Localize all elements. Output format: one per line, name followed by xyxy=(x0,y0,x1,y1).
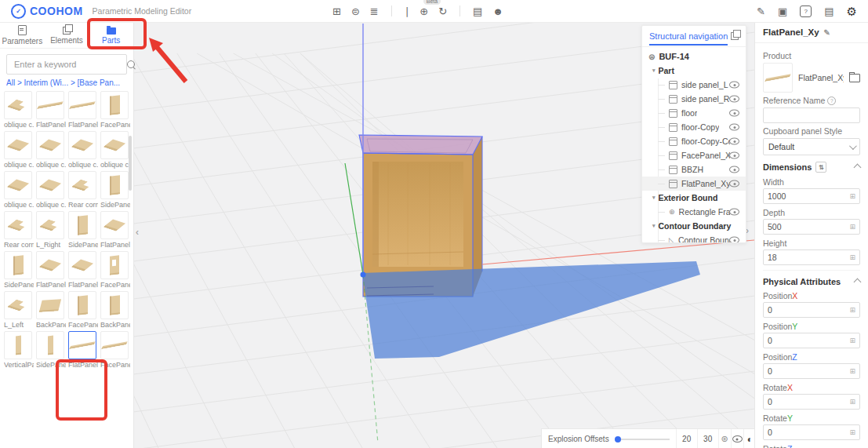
zoom-preset-button[interactable]: 20 xyxy=(676,429,697,448)
part-thumbnail[interactable]: FlatPanel... xyxy=(36,251,66,289)
part-thumbnail[interactable]: oblique c... xyxy=(68,131,98,169)
column-icon[interactable]: ∣ xyxy=(405,6,410,16)
visibility-eye-icon[interactable] xyxy=(729,209,739,216)
field-input[interactable]: 0⊞ xyxy=(763,333,860,348)
field-input[interactable]: 500⊞ xyxy=(763,219,860,235)
field-input[interactable]: 0⊞ xyxy=(763,302,860,318)
part-thumbnail[interactable]: BackPane... xyxy=(100,291,130,329)
field-input[interactable]: 0⊞ xyxy=(763,363,860,379)
reference-name-input[interactable] xyxy=(763,107,860,123)
snap-settings-icon[interactable]: ⊛ xyxy=(718,429,731,448)
tree-item[interactable]: side panel_R xyxy=(642,92,746,106)
collapse-sidebar-chevron[interactable]: ‹ xyxy=(136,228,139,237)
part-thumbnail[interactable]: L_Right xyxy=(36,211,66,249)
explosion-offsets-slider[interactable] xyxy=(615,436,670,443)
visibility-eye-icon[interactable] xyxy=(729,82,739,89)
tree-section-contour[interactable]: ▾ Contour Boundary xyxy=(642,219,746,233)
sidebar-tab[interactable]: Parts xyxy=(89,22,133,48)
tree-section-exterior[interactable]: ▾ Exterior Bound xyxy=(642,191,746,205)
tree-item[interactable]: floor-Copy-Copy xyxy=(642,134,746,148)
part-thumbnail[interactable]: FlatPanel... xyxy=(100,211,130,249)
cupboard-style-select[interactable]: Default xyxy=(763,138,860,155)
settings-gear-icon[interactable]: ⚙ xyxy=(847,5,857,17)
file-icon[interactable]: ▤ xyxy=(473,6,482,16)
tree-item[interactable]: floor-Copy xyxy=(642,120,746,134)
rename-pencil-icon[interactable]: ✎ xyxy=(824,28,830,37)
part-thumbnail[interactable]: FlatPanel... xyxy=(68,91,98,129)
visibility-eye-icon[interactable] xyxy=(729,138,739,145)
list-icon[interactable]: ≣ xyxy=(370,6,379,16)
browse-library-folder-icon[interactable] xyxy=(849,74,860,82)
part-thumbnail[interactable]: SidePanel... xyxy=(4,251,34,289)
collapse-section-chevron[interactable] xyxy=(854,163,862,171)
visibility-eye-icon[interactable] xyxy=(729,152,739,159)
structural-nav-title[interactable]: Structural navigation xyxy=(649,31,728,41)
render-icon[interactable]: ▣ xyxy=(778,6,787,16)
part-thumbnail[interactable]: oblique c... xyxy=(36,131,66,169)
part-thumbnail[interactable]: VerticalPa... xyxy=(4,331,34,369)
part-thumbnail[interactable]: FacePane... xyxy=(100,331,130,369)
part-thumbnail[interactable]: oblique c... xyxy=(100,131,130,169)
part-thumbnail[interactable]: FacePane... xyxy=(100,91,130,129)
formula-icon[interactable]: ⊞ xyxy=(849,306,855,314)
part-thumbnail[interactable]: oblique c... xyxy=(4,131,34,169)
part-thumbnail[interactable]: SidePanel... xyxy=(68,211,98,249)
part-thumbnail[interactable]: oblique c... xyxy=(4,171,34,209)
tree-item[interactable]: ⊛ Rectangle Frame xyxy=(642,205,746,219)
slider-handle[interactable] xyxy=(615,436,621,443)
detach-panel-icon[interactable] xyxy=(731,32,739,40)
part-thumbnail[interactable]: FlatPanel... xyxy=(68,331,98,369)
dimensions-section-header[interactable]: Dimensions ⇅ xyxy=(763,155,860,176)
tree-item[interactable]: FlatPanel_Xy xyxy=(642,177,746,191)
field-input[interactable]: 0⊞ xyxy=(763,424,860,440)
visibility-eye-icon[interactable] xyxy=(729,180,739,188)
product-thumbnail[interactable] xyxy=(763,63,793,93)
formula-icon[interactable]: ⊞ xyxy=(849,192,855,200)
visibility-eye-icon[interactable] xyxy=(729,124,739,131)
tree-item[interactable]: FacePanel_Xz xyxy=(642,148,746,162)
formula-icon[interactable]: ⊞ xyxy=(849,253,855,261)
selected-flat-panel[interactable] xyxy=(362,261,700,359)
connect-icon[interactable]: ⊜ xyxy=(351,6,360,16)
formula-icon[interactable]: ⊞ xyxy=(849,223,855,231)
physical-attributes-header[interactable]: Physical Attributes xyxy=(763,270,860,290)
tree-item[interactable]: ◺ Contour Boundary xyxy=(642,233,746,243)
info-icon[interactable]: ? xyxy=(827,97,836,105)
formula-icon[interactable]: ⊞ xyxy=(849,398,855,406)
part-thumbnail[interactable]: L_Left xyxy=(4,291,34,329)
tree-item[interactable]: floor xyxy=(642,106,746,120)
tree-section-part[interactable]: ▾ Part xyxy=(642,64,746,78)
part-thumbnail[interactable]: SidePanel... xyxy=(100,171,130,209)
part-thumbnail[interactable]: oblique c... xyxy=(36,171,66,209)
visibility-eye-icon[interactable] xyxy=(729,96,739,103)
visibility-eye-icon[interactable] xyxy=(729,166,739,173)
sidebar-tab[interactable]: Elements xyxy=(45,22,89,48)
part-thumbnail[interactable]: FacePane... xyxy=(100,251,130,289)
formula-icon[interactable]: ⊞ xyxy=(849,337,855,344)
part-thumbnail[interactable]: BackPane... xyxy=(36,291,66,329)
user-icon[interactable]: ☻ xyxy=(492,6,503,16)
part-thumbnail[interactable]: SidePane... xyxy=(36,331,66,369)
globe-icon[interactable]: ⊕ xyxy=(419,5,428,17)
components-icon[interactable]: ⊞ xyxy=(332,6,341,16)
part-thumbnail[interactable]: Rear corn... xyxy=(68,171,98,209)
collapse-section-chevron[interactable] xyxy=(854,278,862,286)
tree-item[interactable]: side panel_L xyxy=(642,78,746,92)
field-input[interactable]: 0⊞ xyxy=(763,394,860,410)
part-thumbnail[interactable]: oblique c... xyxy=(4,91,34,129)
part-thumbnail[interactable]: FacePane... xyxy=(68,291,98,329)
part-thumbnail[interactable]: FlatPanel... xyxy=(36,91,66,129)
visibility-eye-icon[interactable] xyxy=(729,237,739,244)
zoom-preset-button[interactable]: 30 xyxy=(697,429,718,448)
docs-icon[interactable]: ▤ xyxy=(824,6,833,16)
sidebar-scrollbar[interactable] xyxy=(129,136,132,191)
edit-icon[interactable]: ✎ xyxy=(757,6,765,16)
part-thumbnail[interactable]: Rear corn... xyxy=(4,211,34,249)
search-input[interactable] xyxy=(13,59,127,70)
tree-root-node[interactable]: ⊜ BUF-14 xyxy=(642,49,746,64)
visibility-eye-icon[interactable] xyxy=(729,110,739,117)
formula-icon[interactable]: ⊞ xyxy=(849,428,855,436)
sidebar-tab[interactable]: Parameters xyxy=(0,22,45,48)
part-thumbnail[interactable]: FlatPanel... xyxy=(68,251,98,289)
formula-icon[interactable]: ⊞ xyxy=(849,367,855,375)
